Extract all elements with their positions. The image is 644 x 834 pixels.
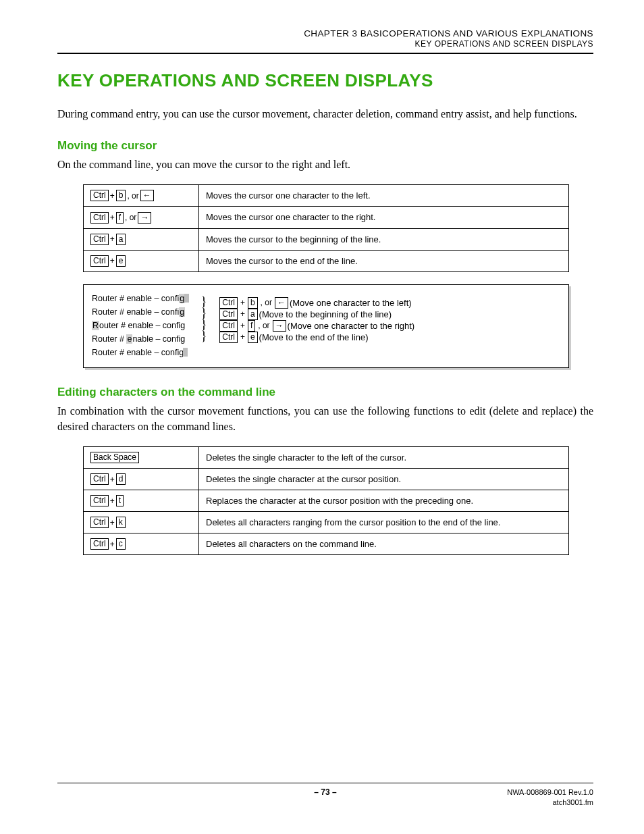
example-prompt-line: Router # enable – config bbox=[92, 292, 188, 305]
arrow-right-icon: → bbox=[273, 320, 286, 332]
key-ctrl: Ctrl bbox=[90, 538, 109, 550]
section-heading-editing: Editing characters on the command line bbox=[57, 386, 593, 399]
key-ctrl: Ctrl bbox=[219, 332, 238, 343]
or-separator: , or bbox=[126, 191, 140, 201]
key-ctrl: Ctrl bbox=[219, 320, 238, 332]
plus: + bbox=[109, 475, 116, 484]
key-backspace: Back Space bbox=[90, 452, 139, 463]
example-desc-text: (Move to the end of the line) bbox=[259, 332, 369, 342]
table-row: Ctrl+tReplaces the character at the curs… bbox=[84, 490, 569, 512]
chapter-line: CHAPTER 3 BASICOPERATIONS AND VARIOUS EX… bbox=[57, 28, 593, 38]
key-ctrl: Ctrl bbox=[90, 255, 109, 267]
key-letter: c bbox=[116, 538, 126, 550]
editing-table: Back SpaceDeletes the single character t… bbox=[83, 446, 569, 555]
key-cell: Ctrl+c bbox=[84, 533, 199, 555]
desc-cell: Deletes all characters on the command li… bbox=[199, 533, 569, 555]
key-cell: Ctrl+a bbox=[84, 228, 199, 250]
plus: + bbox=[109, 496, 116, 506]
key-cell: Back Space bbox=[84, 447, 199, 469]
key-ctrl: Ctrl bbox=[90, 517, 109, 528]
brace-icon: ︷ bbox=[202, 330, 213, 344]
example-prompt-line: Router # enable – config bbox=[92, 332, 188, 346]
cursor-example-box: Router # enable – configRouter # enable … bbox=[83, 284, 569, 368]
or-separator: , or bbox=[124, 213, 138, 222]
key-ctrl: Ctrl bbox=[90, 212, 109, 224]
table-row: Ctrl+kDeletes all characters ranging fro… bbox=[84, 512, 569, 533]
arrow-left-icon: ← bbox=[140, 190, 154, 201]
example-desc-text: (Move to the beginning of the line) bbox=[259, 309, 392, 319]
key-letter: t bbox=[116, 495, 124, 506]
key-ctrl: Ctrl bbox=[90, 495, 109, 506]
key-cell: Ctrl+b, or ← bbox=[84, 185, 199, 207]
s2-lead: In combination with the cursor movement … bbox=[57, 403, 593, 434]
key-letter: b bbox=[116, 190, 126, 201]
key-ctrl: Ctrl bbox=[219, 297, 238, 309]
example-desc-text: (Move one character to the right) bbox=[288, 321, 415, 331]
key-cell: Ctrl+f, or → bbox=[84, 207, 199, 228]
key-ctrl: Ctrl bbox=[219, 309, 238, 320]
table-row: Ctrl+dDeletes the single character at th… bbox=[84, 469, 569, 490]
desc-cell: Replaces the character at the cursor pos… bbox=[199, 490, 569, 512]
or-separator: , or bbox=[257, 321, 271, 330]
key-letter: f bbox=[116, 212, 124, 224]
example-desc-line: ︷Ctrl+e (Move to the end of the line) bbox=[196, 332, 414, 343]
page-header: CHAPTER 3 BASICOPERATIONS AND VARIOUS EX… bbox=[57, 28, 593, 49]
plus: + bbox=[239, 298, 246, 307]
example-desc-line: ︷Ctrl+f, or → (Move one character to the… bbox=[196, 320, 414, 332]
desc-cell: Moves the cursor to the end of the line. bbox=[199, 250, 569, 271]
plus: + bbox=[109, 518, 116, 527]
table-row: Back SpaceDeletes the single character t… bbox=[84, 447, 569, 469]
example-desc: Ctrl+a (Move to the beginning of the lin… bbox=[219, 309, 392, 320]
key-letter: e bbox=[116, 255, 126, 267]
footer-rule bbox=[57, 783, 593, 783]
plus: + bbox=[109, 191, 116, 201]
example-prompt-line: Router # enable – config bbox=[92, 305, 188, 319]
s1-lead: On the command line, you can move the cu… bbox=[57, 157, 593, 172]
desc-cell: Moves the cursor one character to the ri… bbox=[199, 207, 569, 228]
plus: + bbox=[109, 234, 116, 244]
desc-cell: Deletes all characters ranging from the … bbox=[199, 512, 569, 533]
plus: + bbox=[239, 309, 246, 319]
doc-file: atch3001.fm bbox=[507, 798, 593, 807]
page-footer: – 73 – NWA-008869-001 Rev.1.0 atch3001.f… bbox=[57, 783, 593, 807]
key-cell: Ctrl+t bbox=[84, 490, 199, 512]
table-row: Ctrl+aMoves the cursor to the beginning … bbox=[84, 228, 569, 250]
plus: + bbox=[109, 256, 116, 265]
key-ctrl: Ctrl bbox=[90, 473, 109, 485]
example-prompt-line: Router # enable – config bbox=[92, 319, 188, 332]
desc-cell: Deletes the single character at the curs… bbox=[199, 469, 569, 490]
example-desc: Ctrl+f, or → (Move one character to the … bbox=[219, 320, 414, 332]
header-rule bbox=[57, 53, 593, 54]
key-letter: a bbox=[248, 309, 258, 320]
page-number: – 73 – bbox=[57, 787, 593, 797]
cursor-movement-table: Ctrl+b, or ←Moves the cursor one charact… bbox=[83, 184, 569, 271]
example-prompt-line: Router # enable – config bbox=[92, 346, 188, 359]
example-desc: Ctrl+e (Move to the end of the line) bbox=[219, 332, 368, 343]
page-title: KEY OPERATIONS AND SCREEN DISPLAYS bbox=[57, 70, 593, 91]
table-row: Ctrl+eMoves the cursor to the end of the… bbox=[84, 250, 569, 271]
or-separator: , or bbox=[259, 298, 273, 307]
key-letter: k bbox=[116, 517, 126, 528]
key-ctrl: Ctrl bbox=[90, 190, 109, 201]
plus: + bbox=[239, 321, 246, 330]
example-desc-line: ︷Ctrl+a (Move to the beginning of the li… bbox=[196, 309, 414, 320]
section-line: KEY OPERATIONS AND SCREEN DISPLAYS bbox=[57, 39, 593, 49]
key-cell: Ctrl+e bbox=[84, 250, 199, 271]
table-row: Ctrl+f, or →Moves the cursor one charact… bbox=[84, 207, 569, 228]
example-desc-text: (Move one character to the left) bbox=[290, 298, 412, 308]
plus: + bbox=[109, 213, 116, 222]
key-cell: Ctrl+d bbox=[84, 469, 199, 490]
key-cell: Ctrl+k bbox=[84, 512, 199, 533]
plus: + bbox=[239, 332, 246, 342]
key-ctrl: Ctrl bbox=[90, 234, 109, 245]
section-heading-moving-cursor: Moving the cursor bbox=[57, 139, 593, 153]
arrow-left-icon: ← bbox=[275, 297, 288, 309]
key-letter: b bbox=[248, 297, 258, 309]
arrow-right-icon: → bbox=[138, 212, 151, 224]
desc-cell: Moves the cursor to the beginning of the… bbox=[199, 228, 569, 250]
example-desc: Ctrl+b, or ← (Move one character to the … bbox=[219, 297, 411, 309]
example-desc-line: ︷Ctrl+b, or ← (Move one character to the… bbox=[196, 297, 414, 309]
key-letter: e bbox=[248, 332, 258, 343]
desc-cell: Moves the cursor one character to the le… bbox=[199, 185, 569, 207]
key-letter: f bbox=[248, 320, 255, 332]
